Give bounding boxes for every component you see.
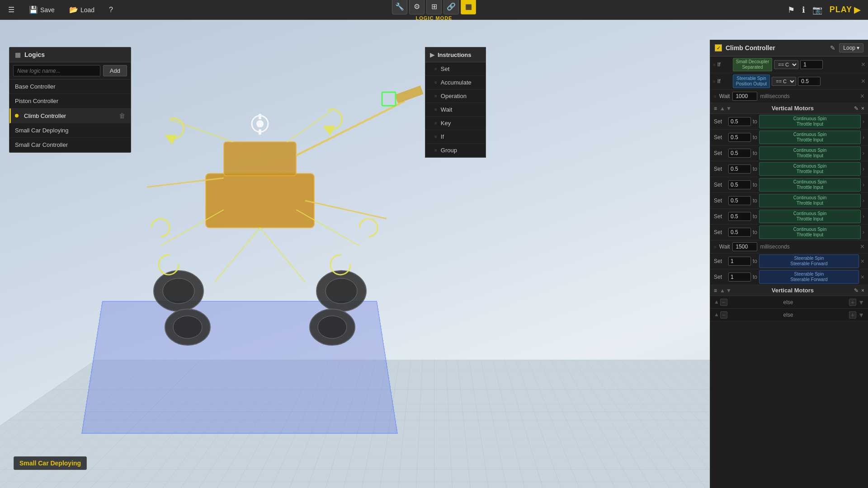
tool-wrench[interactable]: 🔧: [392, 0, 407, 14]
condition-box-2[interactable]: Steerable SpinPosition Output: [733, 75, 770, 88]
set-input-1[interactable]: [728, 117, 751, 126]
tool-logic[interactable]: ▦: [461, 0, 476, 14]
close-wait-2[interactable]: ×: [860, 243, 864, 251]
wait-2-drag[interactable]: ≡: [714, 244, 717, 249]
op-select-1[interactable]: == C != C > C < C: [774, 60, 798, 69]
set-input-8[interactable]: [728, 228, 751, 237]
row-x-s1[interactable]: ×: [861, 258, 864, 265]
logic-item-base-controller[interactable]: Base Controller: [9, 80, 131, 94]
load-button[interactable]: 📂 Load: [66, 4, 98, 16]
camera-icon[interactable]: 📷: [812, 5, 822, 15]
set-input-4[interactable]: [728, 164, 751, 174]
play-button[interactable]: PLAY ▶: [830, 5, 861, 15]
target-btn-4[interactable]: Continuous SpinThrottle Input: [759, 162, 861, 176]
loop-button[interactable]: Loop ▾: [839, 43, 863, 52]
condition-box-1[interactable]: Small DecouplerSeparated: [733, 58, 772, 71]
target-btn-1[interactable]: Continuous SpinThrottle Input: [759, 115, 861, 128]
else-up-arrow-1[interactable]: ▲: [714, 299, 719, 306]
group-up-icon[interactable]: ▲: [720, 105, 725, 112]
wait-1-input[interactable]: [732, 92, 757, 101]
row-arrow-4[interactable]: ›: [863, 166, 864, 172]
tool-gear[interactable]: ⚙: [409, 0, 425, 14]
logic-item-small-car-controller[interactable]: Small Car Controller: [9, 138, 131, 152]
instruction-group[interactable]: ≡ Group: [425, 144, 486, 157]
row-arrow-6[interactable]: ›: [863, 197, 864, 204]
group2-drag-icon[interactable]: ≡: [714, 287, 717, 294]
else-up-arrow-2[interactable]: ▲: [714, 311, 719, 319]
climb-controller-header: ✓ Climb Controller ✎ Loop ▾: [710, 40, 868, 56]
row-arrow-2[interactable]: ›: [863, 134, 864, 141]
else-chevron-down-1[interactable]: ▼: [858, 299, 864, 306]
logic-item-climb-controller[interactable]: Climb Controller 🗑: [9, 108, 131, 123]
else-minus-1[interactable]: −: [720, 299, 727, 306]
flag-icon[interactable]: ⚑: [788, 5, 795, 15]
else-plus-1[interactable]: +: [849, 299, 856, 306]
set-input-6[interactable]: [728, 196, 751, 205]
instruction-if[interactable]: ≡ If: [425, 130, 486, 144]
close-if-2[interactable]: ×: [861, 77, 865, 85]
group2-down-icon[interactable]: ▼: [726, 287, 731, 294]
svg-rect-26: [382, 92, 396, 106]
add-logic-button[interactable]: Add: [103, 65, 127, 76]
set-input-5[interactable]: [728, 180, 751, 189]
edit-icon[interactable]: ✎: [830, 44, 835, 52]
delete-climb-btn[interactable]: 🗑: [119, 112, 125, 119]
set-input-7[interactable]: [728, 212, 751, 221]
target-btn-s2[interactable]: Steerable SpinSteerable Forward: [759, 270, 859, 284]
target-btn-7[interactable]: Continuous SpinThrottle Input: [759, 210, 861, 223]
menu-button[interactable]: ☰: [5, 4, 18, 16]
group2-close-icon[interactable]: ×: [861, 287, 864, 294]
instruction-key[interactable]: ≡ Key: [425, 117, 486, 130]
info-icon[interactable]: ℹ: [802, 5, 805, 15]
target-btn-s1[interactable]: Steerable SpinSteerable Forward: [759, 254, 859, 268]
row-arrow-3[interactable]: ›: [863, 150, 864, 156]
row-arrow-1[interactable]: ›: [863, 118, 864, 125]
row-arrow-8[interactable]: ›: [863, 229, 864, 235]
set-input-2[interactable]: [728, 133, 751, 142]
row-x-s2[interactable]: ×: [861, 273, 864, 281]
target-btn-5[interactable]: Continuous SpinThrottle Input: [759, 178, 861, 192]
set-input-3[interactable]: [728, 149, 751, 158]
instruction-set[interactable]: ≡ Set: [425, 62, 486, 76]
tool-share[interactable]: 🔗: [443, 0, 459, 14]
row-arrow-7[interactable]: ›: [863, 213, 864, 220]
svg-rect-3: [395, 85, 423, 103]
group-close-icon[interactable]: ×: [861, 105, 864, 112]
op-select-2[interactable]: == C != C: [772, 77, 796, 86]
wait-2-input[interactable]: [732, 242, 757, 251]
val-input-1[interactable]: [800, 60, 823, 69]
close-wait-1[interactable]: ×: [860, 92, 864, 100]
set-input-s2[interactable]: [728, 272, 751, 282]
instruction-accumulate[interactable]: ≡ Accumulate: [425, 76, 486, 89]
wait-1-drag[interactable]: ≡: [714, 94, 717, 99]
help-button[interactable]: ?: [105, 4, 117, 16]
group-down-icon[interactable]: ▼: [726, 105, 731, 112]
save-button[interactable]: 💾 Save: [25, 4, 58, 16]
instruction-operation[interactable]: ≡ Operation: [425, 89, 486, 103]
new-logic-input[interactable]: [13, 65, 100, 76]
logic-item-small-car-deploying[interactable]: Small Car Deploying: [9, 123, 131, 138]
else-minus-2[interactable]: −: [720, 311, 727, 319]
target-btn-6[interactable]: Continuous SpinThrottle Input: [759, 194, 861, 207]
group2-edit-icon[interactable]: ✎: [854, 287, 859, 294]
instruction-wait[interactable]: ≡ Wait: [425, 103, 486, 117]
group-drag-icon[interactable]: ≡: [714, 105, 717, 112]
close-if-1[interactable]: ×: [861, 61, 865, 69]
tool-grid[interactable]: ⊞: [426, 0, 442, 14]
climb-checkbox[interactable]: ✓: [715, 44, 722, 52]
if-row-1-drag[interactable]: ≡: [713, 62, 716, 67]
climb-controller-panel: ✓ Climb Controller ✎ Loop ▾ ≡ If Small D…: [710, 40, 868, 488]
row-arrow-5[interactable]: ›: [863, 182, 864, 188]
else-plus-2[interactable]: +: [849, 311, 856, 319]
if-row-2-drag[interactable]: ≡: [713, 79, 716, 84]
set-input-s1[interactable]: [728, 257, 751, 266]
target-btn-2[interactable]: Continuous SpinThrottle Input: [759, 131, 861, 144]
group2-up-icon[interactable]: ▲: [720, 287, 725, 294]
group-edit-icon[interactable]: ✎: [854, 105, 859, 112]
target-btn-8[interactable]: Continuous SpinThrottle Input: [759, 225, 861, 239]
val-input-2[interactable]: [798, 77, 821, 86]
logic-item-piston-controller[interactable]: Piston Controller: [9, 94, 131, 108]
target-btn-3[interactable]: Continuous SpinThrottle Input: [759, 146, 861, 160]
else-chevron-down-2[interactable]: ▼: [858, 311, 864, 319]
if-label-1: If: [717, 61, 731, 68]
